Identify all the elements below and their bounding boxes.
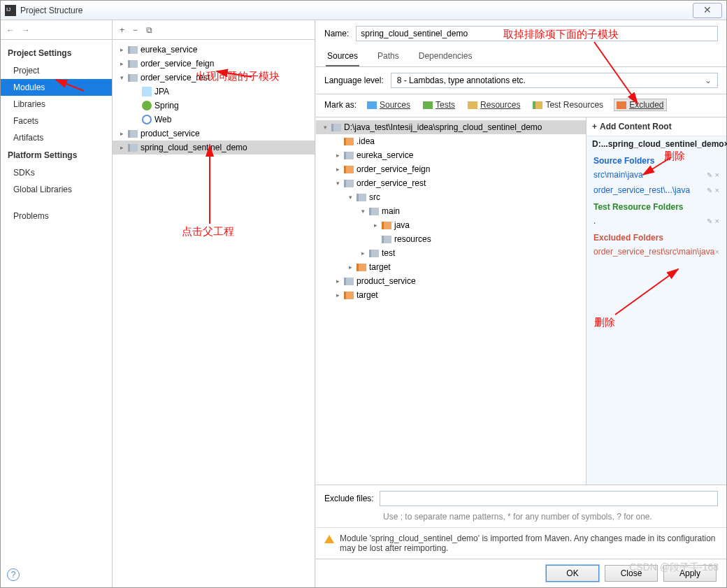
folder-icon [128,74,138,82]
module-tree-item[interactable]: ▾order_service_rest [113,71,315,85]
mark-as-label: Mark as: [324,100,357,110]
module-tree-item[interactable]: ▸product_service [113,127,315,141]
dir-tree-item[interactable]: ▸order_service_feign [316,162,586,176]
language-level-value: 8 - Lambdas, type annotations etc. [397,76,526,85]
dir-tree-item[interactable]: ▸target [316,260,586,274]
dir-tree-item[interactable]: ▸java [316,218,586,232]
sidebar-item-libraries[interactable]: Libraries [1,96,112,113]
copy-module-icon[interactable]: ⧉ [146,25,152,35]
folder-icon [357,264,366,271]
content-roots-panel: +Add Content Root D:...spring_cloud_sent… [586,117,726,485]
folder-icon [344,278,354,285]
excluded-folder-item[interactable]: order_service_rest\src\main\java× [586,244,726,259]
watermark: CSDN @段子手-168 [629,561,719,574]
module-tree-item[interactable]: Spring [113,99,315,113]
test-resource-folders-header: Test Resource Folders [586,198,726,213]
test-resource-folder-item[interactable]: .✎× [586,213,726,229]
mark-sources-button[interactable]: Sources [365,99,412,110]
tests-folder-icon [423,101,433,109]
dir-tree-item[interactable]: ▾D:\java_test\Intesij_idea\spring_cloud_… [316,120,586,134]
folder-icon [344,180,354,187]
jpa-icon [142,87,152,96]
dir-tree-item[interactable]: ▸test [316,246,586,260]
folder-icon [128,144,138,152]
module-name-input[interactable] [356,26,718,41]
module-tabs: Sources Paths Dependencies [316,47,726,67]
project-settings-header: Project Settings [1,44,112,62]
mark-excluded-button[interactable]: Excluded [614,99,666,111]
settings-sidebar: ← → Project Settings Project Modules Lib… [1,20,113,587]
module-tree-item[interactable]: JPA [113,85,315,99]
add-module-icon[interactable]: + [120,25,124,35]
dir-tree-item[interactable]: ▸product_service [316,274,586,288]
module-tree-item[interactable]: ▸order_service_feign [113,57,315,71]
nav-forward-icon[interactable]: → [22,25,30,35]
remove-root-icon[interactable]: × [724,139,727,149]
content-root-tree[interactable]: ▾D:\java_test\Intesij_idea\spring_cloud_… [316,117,586,485]
dir-tree-item[interactable]: ▾src [316,190,586,204]
edit-icon[interactable]: ✎ [707,187,712,194]
exclude-files-hint: Use ; to separate name patterns, * for a… [316,512,726,527]
module-tree-item[interactable]: Web [113,113,315,127]
window-close-button[interactable]: ✕ [693,3,722,18]
language-level-dropdown[interactable]: 8 - Lambdas, type annotations etc. ⌄ [391,73,718,88]
module-list-panel: + − ⧉ ▸eureka_service▸order_service_feig… [113,20,315,587]
edit-icon[interactable]: ✎ [707,217,712,225]
remove-icon[interactable]: × [715,186,719,194]
dir-tree-item[interactable]: resources [316,232,586,246]
tab-dependencies[interactable]: Dependencies [417,47,474,66]
content-root-path[interactable]: D:...spring_cloud_sentinel_demo× [586,136,726,152]
folder-icon [128,46,138,54]
titlebar: Project Structure ✕ [1,1,726,20]
project-structure-window: Project Structure ✕ ← → Project Settings… [0,0,727,588]
dir-tree-item[interactable]: ▾order_service_rest [316,176,586,190]
sidebar-item-facets[interactable]: Facets [1,113,112,129]
mark-resources-button[interactable]: Resources [466,99,522,110]
dir-tree-item[interactable]: ▾main [316,204,586,218]
module-tree[interactable]: ▸eureka_service▸order_service_feign▾orde… [113,40,315,587]
platform-settings-header: Platform Settings [1,146,112,164]
name-label: Name: [324,29,349,38]
folder-icon [369,208,379,215]
sources-folder-icon [367,101,377,109]
remove-icon[interactable]: × [715,217,719,225]
maven-warning: Module 'spring_cloud_sentinel_demo' is i… [316,527,726,559]
sidebar-item-project[interactable]: Project [1,62,112,79]
remove-icon[interactable]: × [715,171,719,179]
folder-icon [382,236,391,243]
web-icon [142,115,152,124]
folder-icon [369,250,379,257]
folder-icon [382,222,391,229]
remove-icon[interactable]: × [715,248,719,256]
sidebar-item-problems[interactable]: Problems [1,208,112,224]
dir-tree-item[interactable]: ▸target [316,288,586,302]
module-tree-item[interactable]: ▸eureka_service [113,43,315,57]
sidebar-item-sdks[interactable]: SDKs [1,164,112,181]
dir-tree-item[interactable]: ▸eureka_service [316,148,586,162]
mark-tests-button[interactable]: Tests [421,99,457,110]
dir-tree-item[interactable]: .idea [316,134,586,148]
sidebar-item-artifacts[interactable]: Artifacts [1,129,112,146]
tab-sources[interactable]: Sources [326,47,359,66]
folder-icon [344,292,354,299]
tab-paths[interactable]: Paths [376,47,401,66]
chevron-down-icon: ⌄ [705,76,712,85]
module-details-panel: Name: Sources Paths Dependencies Languag… [315,20,726,587]
add-content-root-button[interactable]: +Add Content Root [586,117,726,136]
folder-icon [128,60,138,68]
exclude-files-input[interactable] [380,491,718,506]
exclude-files-label: Exclude files: [324,494,374,503]
source-folder-item[interactable]: src\main\java✎× [586,167,726,182]
help-icon[interactable]: ? [7,568,20,581]
remove-module-icon[interactable]: − [133,25,138,35]
sidebar-item-global-libs[interactable]: Global Libraries [1,181,112,198]
source-folders-header: Source Folders [586,152,726,167]
nav-arrows: ← → [1,20,112,40]
nav-back-icon[interactable]: ← [6,25,15,35]
mark-test-resources-button[interactable]: Test Resources [531,99,605,110]
ok-button[interactable]: OK [546,565,599,582]
sidebar-item-modules[interactable]: Modules [1,79,112,96]
source-folder-item[interactable]: order_service_rest\...\java✎× [586,182,726,198]
module-tree-item[interactable]: ▸spring_cloud_sentinel_demo [113,141,315,155]
edit-icon[interactable]: ✎ [707,171,712,179]
